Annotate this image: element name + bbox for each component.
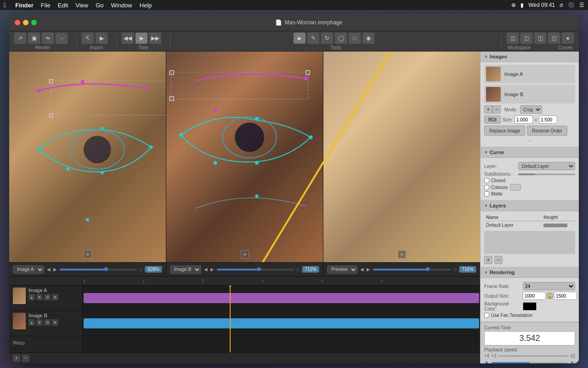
- zoom-slider-b[interactable]: [217, 269, 294, 270]
- track-a-down[interactable]: ▼: [36, 294, 43, 300]
- zoom-slider-a[interactable]: [60, 269, 137, 270]
- size-h-input[interactable]: [539, 115, 557, 124]
- viewport-c-source-select[interactable]: Preview: [327, 265, 357, 274]
- viewport-a[interactable]: ⊕: [9, 52, 166, 262]
- nav-prev-a[interactable]: ◀: [47, 267, 51, 272]
- fit-btn-c[interactable]: □: [454, 267, 456, 272]
- menu-help[interactable]: Help: [136, 2, 156, 9]
- subdivisions-slider[interactable]: [518, 173, 575, 175]
- bg-color-swatch[interactable]: [523, 302, 537, 310]
- colorize-swatch[interactable]: [510, 184, 521, 190]
- more-options-dots[interactable]: ···: [484, 137, 575, 144]
- workspace-btn-2[interactable]: ◫: [520, 32, 533, 44]
- import-btn-1[interactable]: ↸: [81, 32, 94, 44]
- nav-prev-c[interactable]: ◀: [360, 267, 364, 272]
- menu-finder[interactable]: Finder: [11, 2, 37, 9]
- track-a-up[interactable]: ▲: [28, 294, 35, 300]
- track-bar-a[interactable]: [84, 293, 479, 303]
- menu-window[interactable]: Window: [107, 2, 136, 9]
- time-btn-3[interactable]: ▶▶: [149, 32, 162, 44]
- image-b-row[interactable]: Image B: [484, 85, 575, 104]
- layers-section-header[interactable]: ▼ Layers: [481, 201, 579, 211]
- nav-next-b[interactable]: ▶: [210, 267, 214, 272]
- time-btn-2[interactable]: ▶: [135, 32, 148, 44]
- workspace-btn-1[interactable]: ◫: [506, 32, 519, 44]
- track-a-settings[interactable]: ⚙: [44, 294, 51, 300]
- volume-slider[interactable]: [492, 362, 568, 364]
- roi-button[interactable]: ROI: [484, 115, 501, 124]
- remove-image-btn[interactable]: −: [492, 105, 501, 114]
- maximize-button[interactable]: [31, 20, 37, 25]
- track-b-up[interactable]: ▲: [28, 319, 35, 326]
- curve-section-header[interactable]: ▼ Curve: [481, 147, 579, 158]
- remove-layer-btn[interactable]: −: [494, 256, 503, 264]
- timeline-add-btn[interactable]: +: [13, 355, 20, 362]
- workspace-btn-3[interactable]: ◫: [534, 32, 547, 44]
- layer-row[interactable]: Default Layer: [484, 221, 575, 230]
- track-bar-b[interactable]: [84, 318, 479, 328]
- chain-link-btn[interactable]: 🔒: [547, 293, 553, 299]
- nav-next-a[interactable]: ▶: [53, 267, 57, 272]
- minimize-button[interactable]: [23, 20, 28, 25]
- fit-btn-b[interactable]: □: [297, 267, 299, 272]
- curve-layer-select[interactable]: Default Layer: [518, 162, 575, 170]
- menu-edit[interactable]: Edit: [54, 2, 72, 9]
- images-section-header[interactable]: ▼ Images: [481, 52, 579, 62]
- render-btn-1[interactable]: ↗: [14, 32, 27, 44]
- mode-select[interactable]: Crop: [520, 105, 542, 114]
- viewport-c-handle[interactable]: ⊕: [398, 250, 406, 259]
- workspace-btn-4[interactable]: ◫: [548, 32, 560, 44]
- menu-view[interactable]: View: [72, 2, 92, 9]
- image-a-row[interactable]: Image A: [484, 65, 575, 83]
- reverse-order-btn[interactable]: Reverse Order: [527, 126, 567, 136]
- import-btn-2[interactable]: ▶: [95, 32, 108, 44]
- matte-checkbox[interactable]: [484, 191, 489, 196]
- search-icon[interactable]: ☌: [560, 2, 563, 8]
- speed-slider[interactable]: [498, 355, 569, 357]
- nav-prev-b[interactable]: ◀: [204, 267, 208, 272]
- time-btn-1[interactable]: ◀◀: [121, 32, 134, 44]
- rendering-section-header[interactable]: ▼ Rendering: [481, 267, 579, 278]
- user-icon[interactable]: ⚫: [568, 2, 575, 8]
- viewport-b[interactable]: DARK LIGHT ⊕: [166, 52, 323, 262]
- menu-icon[interactable]: ☰: [579, 2, 584, 8]
- size-w-input[interactable]: [514, 115, 533, 124]
- viewport-c[interactable]: ⊕: [323, 52, 480, 262]
- timeline-playhead[interactable]: [230, 286, 231, 352]
- replace-image-btn[interactable]: Replace Image: [484, 126, 525, 136]
- track-b-chevron[interactable]: ▼: [52, 319, 58, 326]
- track-b-settings[interactable]: ⚙: [44, 319, 51, 326]
- close-button[interactable]: [15, 20, 20, 25]
- timeline-remove-btn[interactable]: −: [22, 355, 29, 362]
- zoom-level-a[interactable]: 628%: [145, 266, 162, 273]
- add-image-btn[interactable]: +: [484, 105, 492, 114]
- fit-btn-a[interactable]: □: [140, 267, 142, 272]
- render-btn-2[interactable]: ▣: [28, 32, 40, 44]
- tool-pointer[interactable]: ▶: [293, 32, 306, 44]
- zoom-slider-c[interactable]: [373, 269, 451, 270]
- tool-rect[interactable]: □: [348, 32, 361, 44]
- colorize-checkbox[interactable]: [484, 185, 489, 190]
- render-btn-4[interactable]: →: [55, 32, 68, 44]
- tool-transform[interactable]: ↻: [321, 32, 334, 44]
- viewport-b-handle[interactable]: ⊕: [241, 250, 249, 259]
- track-b-down[interactable]: ▼: [36, 319, 43, 326]
- viewport-a-handle[interactable]: ⊕: [84, 250, 92, 259]
- tool-ellipse[interactable]: ◯: [334, 32, 347, 44]
- tool-mask[interactable]: ◉: [362, 32, 375, 44]
- track-a-chevron[interactable]: ▼: [52, 294, 58, 300]
- zoom-level-c[interactable]: 716%: [459, 266, 476, 273]
- menu-file[interactable]: File: [37, 2, 54, 9]
- workspace-btn-5[interactable]: ●: [561, 32, 574, 44]
- menu-go[interactable]: Go: [92, 2, 107, 9]
- apple-menu[interactable]: : [4, 1, 6, 9]
- zoom-level-b[interactable]: 712%: [302, 266, 319, 273]
- fan-tess-checkbox[interactable]: [484, 313, 489, 318]
- tool-pen[interactable]: ✎: [307, 32, 320, 44]
- add-layer-btn[interactable]: +: [484, 256, 492, 264]
- output-h-input[interactable]: [554, 292, 577, 300]
- viewport-b-source-select[interactable]: Image B: [170, 265, 201, 274]
- output-w-input[interactable]: [523, 292, 546, 300]
- frame-rate-select[interactable]: 24: [523, 282, 575, 290]
- viewport-a-source-select[interactable]: Image A: [13, 265, 44, 274]
